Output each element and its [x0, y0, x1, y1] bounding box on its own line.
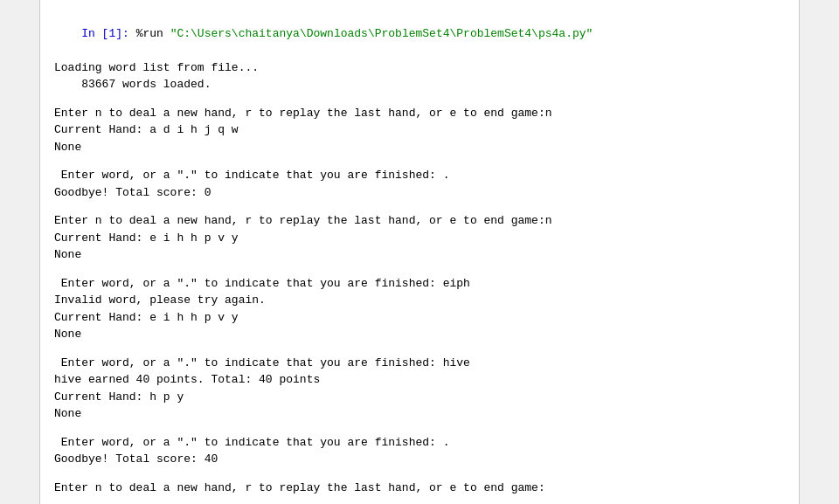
output-line: Current Hand: e i h h p v y: [54, 230, 785, 247]
output-line: [54, 264, 785, 275]
in-label: In [1]:: [81, 27, 129, 40]
run-command: %run: [136, 27, 170, 40]
output-block: Loading word list from file... 83667 wor…: [54, 59, 785, 497]
output-line: Loading word list from file...: [54, 59, 785, 77]
notebook-cell: In [1]: %run "C:\Users\chaitanya\Downloa…: [39, 0, 800, 504]
output-line: [54, 343, 785, 355]
filepath: "C:\Users\chaitanya\Downloads\ProblemSet…: [170, 27, 593, 40]
output-line: Enter word, or a "." to indicate that yo…: [54, 355, 785, 372]
output-line: Invalid word, please try again.: [54, 292, 785, 309]
output-line: [54, 468, 785, 480]
output-line: Current Hand: a d i h j q w: [54, 121, 785, 139]
run-cmd: [129, 27, 136, 40]
output-line: Enter n to deal a new hand, r to replay …: [54, 480, 785, 497]
output-line: Enter word, or a "." to indicate that yo…: [54, 167, 785, 184]
output-line: Enter word, or a "." to indicate that yo…: [54, 434, 785, 452]
output-line: None: [54, 246, 785, 264]
output-line: [54, 93, 785, 105]
output-line: None: [54, 405, 785, 423]
output-line: 83667 words loaded.: [54, 76, 785, 93]
output-line: None: [54, 326, 785, 343]
output-line: Enter n to deal a new hand, r to replay …: [54, 105, 785, 122]
output-line: None: [54, 139, 785, 156]
output-line: Current Hand: h p y: [54, 389, 785, 406]
output-line: Enter n to deal a new hand, r to replay …: [54, 212, 785, 230]
output-line: hive earned 40 points. Total: 40 points: [54, 371, 785, 389]
output-line: Current Hand: e i h h p v y: [54, 309, 785, 327]
output-line: [54, 201, 785, 212]
output-line: Enter word, or a "." to indicate that yo…: [54, 275, 785, 293]
output-line: [54, 155, 785, 167]
cell-content: In [1]: %run "C:\Users\chaitanya\Downloa…: [54, 8, 785, 59]
output-line: Goodbye! Total score: 40: [54, 451, 785, 468]
output-line: Goodbye! Total score: 0: [54, 184, 785, 202]
output-line: [54, 423, 785, 434]
